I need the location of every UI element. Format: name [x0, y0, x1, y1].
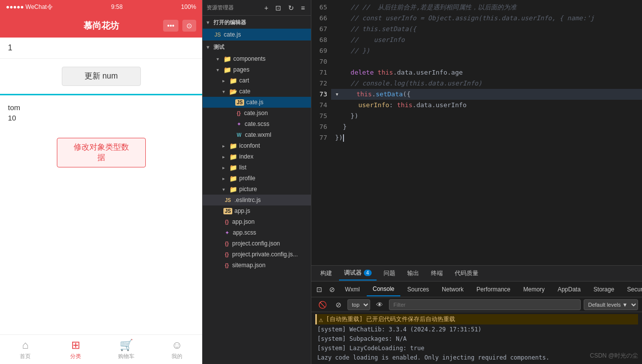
code-line-74: userInfo: this.data.userInfo — [331, 100, 642, 111]
app-scss-label: app.scss — [233, 229, 256, 236]
folder-pages[interactable]: ▾ 📁 pages — [203, 64, 311, 75]
pages-label: pages — [233, 66, 250, 73]
cate-chevron: ▾ — [222, 89, 227, 94]
folder-profile[interactable]: ▸ 📁 profile — [203, 173, 311, 184]
eslintrc-file-icon: JS — [223, 197, 232, 203]
open-editors-header[interactable]: ▾ 打开的编辑器 — [203, 16, 311, 29]
folder-components[interactable]: ▾ 📁 components — [203, 53, 311, 64]
code-line-68: // userInfo — [331, 35, 642, 45]
phone-header: 慕尚花坊 ••• ⊙ — [0, 14, 202, 38]
file-cate-js[interactable]: JS cate.js — [203, 97, 311, 108]
console-filter-input[interactable] — [389, 299, 581, 310]
refresh-btn[interactable]: ↻ — [286, 3, 296, 13]
file-eslintrc[interactable]: JS .eslintrc.js — [203, 195, 311, 205]
file-project-config[interactable]: {} project.config.json — [203, 238, 311, 249]
nav-item-cart[interactable]: 🛒 购物车 — [101, 339, 152, 360]
line-num-68: 68 — [315, 35, 327, 45]
tab-build-label: 构建 — [320, 269, 332, 278]
open-editors-label: 打开的编辑器 — [214, 19, 246, 26]
nav-tab-storage[interactable]: Storage — [588, 283, 620, 296]
console-level-select[interactable]: Default levels ▼ — [584, 299, 638, 310]
project-private-label: project.private.config.js... — [232, 251, 298, 258]
nav-tab-memory[interactable]: Memory — [517, 283, 551, 296]
tab-code-quality[interactable]: 代码质量 — [450, 267, 483, 281]
nav-tab-appdata[interactable]: AppData — [552, 283, 587, 296]
file-app-scss[interactable]: ✦ app.scss — [203, 227, 311, 238]
new-file-btn[interactable]: + — [262, 3, 270, 13]
nav-tab-security[interactable]: Security — [621, 283, 642, 296]
file-cate-wxml[interactable]: W cate.wxml — [203, 129, 311, 140]
nav-tab-memory-label: Memory — [523, 286, 545, 293]
profile-icon: ☺ — [171, 339, 182, 352]
file-sitemap[interactable]: {} sitemap.json — [203, 260, 311, 271]
phone-modify-btn[interactable]: 修改对象类型数据 — [57, 138, 146, 167]
tab-output[interactable]: 输出 — [402, 267, 424, 281]
folder-index[interactable]: ▸ 📁 index — [203, 151, 311, 162]
folder-list[interactable]: ▸ 📁 list — [203, 162, 311, 173]
code-content[interactable]: // // 从后往前合并,若是遇到相同属性，以后面的为准 // const us… — [331, 0, 642, 265]
nav-tab-performance[interactable]: Performance — [471, 283, 516, 296]
phone-simulator: ●●●●● WeChat令 9:58 100% 慕尚花坊 ••• ⊙ 1 更新 … — [0, 0, 203, 364]
code-line-67: // this.setData({ — [331, 24, 642, 35]
nav-tab-console[interactable]: Console — [367, 283, 400, 296]
line-num-67: 67 — [315, 24, 327, 35]
test-folder-header[interactable]: ▾ 测试 — [203, 40, 311, 53]
console-clear-btn[interactable]: 🚫 — [315, 300, 330, 310]
folder-iconfont[interactable]: ▸ 📁 iconfont — [203, 140, 311, 151]
open-editors-chevron: ▾ — [207, 20, 212, 25]
file-project-private[interactable]: {} project.private.config.js... — [203, 249, 311, 260]
phone-num-value: 1 — [8, 43, 12, 52]
tab-build[interactable]: 构建 — [315, 267, 337, 281]
tab-issues[interactable]: 问题 — [379, 267, 400, 281]
devtools-block-btn[interactable]: ⊘ — [326, 284, 338, 294]
sitemap-icon: {} — [223, 262, 230, 269]
console-context-select[interactable]: top — [347, 299, 370, 310]
tab-output-label: 输出 — [407, 269, 419, 278]
phone-modify-btn-area: 修改对象类型数据 — [0, 130, 202, 175]
console-eye-btn[interactable]: 👁 — [373, 300, 386, 310]
folder-cate[interactable]: ▾ 📂 cate — [203, 86, 311, 97]
phone-record-btn[interactable]: ⊙ — [182, 20, 196, 32]
nav-item-category[interactable]: ⊞ 分类 — [50, 339, 101, 360]
nav-tab-sources[interactable]: Sources — [401, 283, 435, 296]
file-cate-json[interactable]: {} cate.json — [203, 108, 311, 119]
nav-tab-network[interactable]: Network — [436, 283, 470, 296]
nav-item-profile[interactable]: ☺ 我的 — [152, 339, 202, 360]
app-json-label: app.json — [232, 218, 255, 225]
app-js-icon: JS — [223, 208, 232, 214]
nav-tab-wxml[interactable]: Wxml — [339, 283, 366, 296]
open-editor-catejs[interactable]: JS cate.js — [203, 29, 311, 40]
devtools-expand-btn[interactable]: ⊡ — [313, 284, 325, 294]
phone-update-btn[interactable]: 更新 num — [62, 67, 141, 86]
cart-folder-icon: 📁 — [229, 77, 237, 84]
home-icon: ⌂ — [22, 339, 28, 352]
cate-wxml-file-icon: W — [235, 132, 243, 138]
list-folder-icon: 📁 — [229, 164, 237, 171]
nav-tab-appdata-label: AppData — [557, 286, 581, 293]
console-info-text-2: [system] Subpackages: N/A — [317, 335, 407, 342]
tab-debugger[interactable]: 调试器 4 — [339, 267, 377, 281]
console-info-text-4: Lazy code loading is enabled. Only injec… — [317, 354, 550, 361]
file-app-js[interactable]: JS app.js — [203, 205, 311, 216]
picture-folder-icon: 📁 — [229, 186, 237, 193]
code-line-69: // }) — [331, 45, 642, 56]
file-cate-scss[interactable]: ✦ cate.scss — [203, 119, 311, 129]
open-editors-section: ▾ 打开的编辑器 JS cate.js — [203, 16, 311, 40]
phone-time: 9:58 — [111, 3, 123, 10]
phone-nav: ⌂ 首页 ⊞ 分类 🛒 购物车 ☺ 我的 — [0, 334, 202, 364]
tab-terminal[interactable]: 终端 — [426, 267, 448, 281]
file-app-json[interactable]: {} app.json — [203, 216, 311, 227]
line-num-72: 72 — [315, 78, 327, 89]
cate-json-file-icon: {} — [235, 110, 242, 117]
folder-picture[interactable]: ▾ 📁 picture — [203, 184, 311, 195]
new-folder-btn[interactable]: ⊡ — [273, 3, 283, 13]
phone-more-btn[interactable]: ••• — [163, 20, 178, 32]
nav-item-home[interactable]: ⌂ 首页 — [0, 339, 50, 360]
console-info-1: [system] WeChatLib: 3.3.4 (2024.2.29 17:… — [315, 325, 638, 334]
folder-cart[interactable]: ▸ 📁 cart — [203, 75, 311, 86]
collapse-btn[interactable]: ≡ — [299, 3, 307, 13]
line73-arrow: ▾ — [335, 89, 339, 100]
nav-tab-network-label: Network — [442, 286, 464, 293]
list-label: list — [239, 164, 247, 171]
console-pause-btn[interactable]: ⊘ — [333, 300, 344, 310]
